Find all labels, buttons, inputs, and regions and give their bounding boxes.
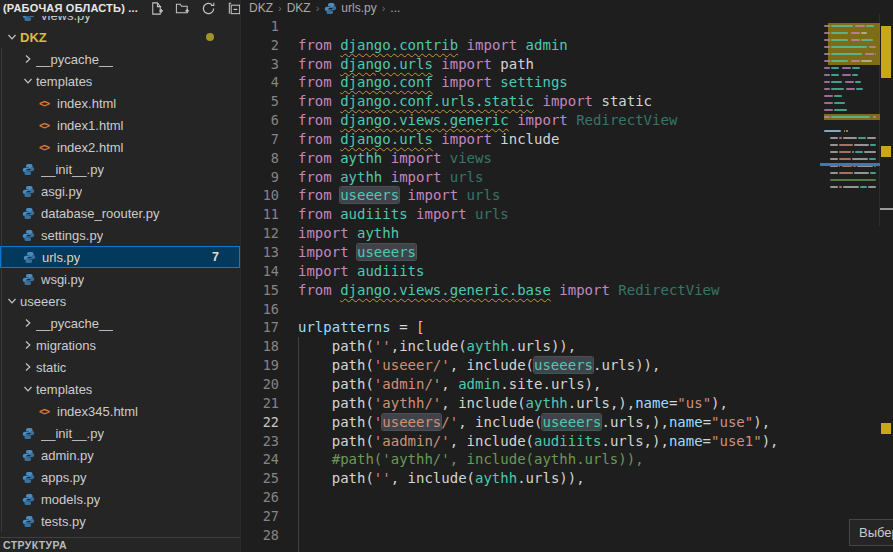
tree-item--init-py[interactable]: __init__.py [0, 422, 240, 444]
breadcrumb-item[interactable]: ... [390, 1, 400, 15]
line-number[interactable]: 15 [241, 281, 279, 300]
code-line-1[interactable]: 1 [241, 17, 893, 36]
tree-item-database-roouter-py[interactable]: database_roouter.py [0, 202, 240, 224]
line-number[interactable]: 18 [241, 337, 279, 356]
line-number[interactable]: 9 [241, 168, 279, 187]
tree-item-useeers[interactable]: useeers [0, 290, 240, 312]
tree-item-asgi-py[interactable]: asgi.py [0, 180, 240, 202]
tree-item-dkz[interactable]: DKZ [0, 26, 240, 48]
code-line-7[interactable]: 7from django.urls import include [241, 130, 893, 149]
line-number[interactable]: 10 [241, 186, 279, 205]
code-line-22[interactable]: 22 path('useeers/', include(useeers.urls… [241, 413, 893, 432]
tree-item-wsgi-py[interactable]: wsgi.py [0, 268, 240, 290]
breadcrumb-item[interactable]: urls.py [341, 1, 376, 15]
code-line-19[interactable]: 19 path('useeer/', include(useeers.urls)… [241, 356, 893, 375]
tree-item-templates[interactable]: templates [0, 70, 240, 92]
tree-item-index2-html[interactable]: <>index2.html [0, 136, 240, 158]
code-line-24[interactable]: 24 #path('aythh/', include(aythh.urls)), [241, 450, 893, 469]
refresh-icon[interactable] [200, 1, 216, 16]
tree-item-static[interactable]: static [0, 356, 240, 378]
code-area[interactable]: 12from django.contrib import admin3from … [241, 0, 893, 552]
code-line-10[interactable]: 10from useeers import urls [241, 186, 893, 205]
tree-item-index345-html[interactable]: <>index345.html [0, 400, 240, 422]
line-number[interactable]: 13 [241, 243, 279, 262]
line-number[interactable]: 1 [241, 17, 279, 36]
code-line-5[interactable]: 5from django.conf.urls.static import sta… [241, 92, 893, 111]
code-line-28[interactable]: 28 [241, 526, 893, 545]
chevron-collapsed-icon[interactable] [20, 315, 36, 331]
code-line-12[interactable]: 12import aythh [241, 224, 893, 243]
line-number[interactable]: 20 [241, 375, 279, 394]
chevron-collapsed-icon[interactable] [20, 359, 36, 375]
line-number[interactable]: 14 [241, 262, 279, 281]
code-line-20[interactable]: 20 path('admin/', admin.site.urls), [241, 375, 893, 394]
new-folder-icon[interactable] [174, 1, 190, 16]
tree-item-settings-py[interactable]: settings.py [0, 224, 240, 246]
code-line-13[interactable]: 13import useeers [241, 243, 893, 262]
tree-item-views-py[interactable]: views.py [0, 16, 240, 26]
code-line-3[interactable]: 3from django.urls import path [241, 55, 893, 74]
tree-item--init-py[interactable]: __init__.py [0, 158, 240, 180]
line-number[interactable]: 26 [241, 488, 279, 507]
tree-item-tests-py[interactable]: tests.py [0, 510, 240, 532]
code-line-17[interactable]: 17urlpatterns = [ [241, 318, 893, 337]
breadcrumb-item[interactable]: DKZ [287, 1, 311, 15]
line-number[interactable]: 12 [241, 224, 279, 243]
line-number[interactable]: 24 [241, 450, 279, 469]
tree-item-templates[interactable]: templates [0, 378, 240, 400]
code-line-27[interactable]: 27 [241, 507, 893, 526]
line-number[interactable]: 23 [241, 432, 279, 451]
tree-item--pycache-[interactable]: __pycache__ [0, 48, 240, 70]
code-line-2[interactable]: 2from django.contrib import admin [241, 36, 893, 55]
code-line-9[interactable]: 9from aythh import urls [241, 168, 893, 187]
tree-item-urls-py[interactable]: urls.py7 [0, 246, 240, 268]
code-line-8[interactable]: 8from aythh import views [241, 149, 893, 168]
code-line-26[interactable]: 26 [241, 488, 893, 507]
code-editor[interactable]: 12from django.contrib import admin3from … [240, 0, 893, 552]
code-line-18[interactable]: 18 path('',include(aythh.urls)), [241, 337, 893, 356]
code-line-23[interactable]: 23 path('aadmin/', include(audiiits.urls… [241, 432, 893, 451]
line-number[interactable]: 2 [241, 36, 279, 55]
code-line-4[interactable]: 4from django.conf import settings [241, 73, 893, 92]
line-number[interactable]: 28 [241, 526, 279, 545]
line-number[interactable]: 6 [241, 111, 279, 130]
code-line-15[interactable]: 15from django.views.generic.base import … [241, 281, 893, 300]
line-number[interactable]: 7 [241, 130, 279, 149]
line-number[interactable]: 16 [241, 300, 279, 319]
outline-section-header[interactable]: СТРУКТУРА [0, 537, 240, 552]
line-number[interactable]: 11 [241, 205, 279, 224]
line-number[interactable]: 19 [241, 356, 279, 375]
minimap[interactable] [820, 14, 880, 226]
tree-item-admin-py[interactable]: admin.py [0, 444, 240, 466]
chevron-collapsed-icon[interactable] [20, 51, 36, 67]
code-line-16[interactable]: 16 [241, 300, 893, 319]
collapse-all-icon[interactable] [226, 1, 240, 16]
tree-item--pycache-[interactable]: __pycache__ [0, 312, 240, 334]
chevron-expanded-icon[interactable] [20, 381, 36, 397]
new-file-icon[interactable] [148, 1, 164, 16]
tree-item-index1-html[interactable]: <>index1.html [0, 114, 240, 136]
line-number[interactable]: 8 [241, 149, 279, 168]
chevron-expanded-icon[interactable] [4, 293, 20, 309]
line-number[interactable]: 17 [241, 318, 279, 337]
code-line-11[interactable]: 11from audiiits import urls [241, 205, 893, 224]
line-number[interactable]: 27 [241, 507, 279, 526]
line-number[interactable]: 5 [241, 92, 279, 111]
tree-item-models-py[interactable]: models.py [0, 488, 240, 510]
line-number[interactable]: 4 [241, 73, 279, 92]
tree-item-migrations[interactable]: migrations [0, 334, 240, 356]
tree-item-apps-py[interactable]: apps.py [0, 466, 240, 488]
line-number[interactable]: 22 [241, 413, 279, 432]
chevron-collapsed-icon[interactable] [20, 337, 36, 353]
line-number[interactable]: 3 [241, 55, 279, 74]
tree-item-index-html[interactable]: <>index.html [0, 92, 240, 114]
line-number[interactable]: 21 [241, 394, 279, 413]
code-line-14[interactable]: 14import audiiits [241, 262, 893, 281]
code-line-6[interactable]: 6from django.views.generic import Redire… [241, 111, 893, 130]
chevron-expanded-icon[interactable] [20, 73, 36, 89]
code-line-21[interactable]: 21 path('aythh/', include(aythh.urls,),n… [241, 394, 893, 413]
chevron-expanded-icon[interactable] [4, 29, 20, 45]
breadcrumb-item[interactable]: DKZ [249, 1, 273, 15]
line-number[interactable]: 25 [241, 469, 279, 488]
code-line-25[interactable]: 25 path('', include(aythh.urls)), [241, 469, 893, 488]
